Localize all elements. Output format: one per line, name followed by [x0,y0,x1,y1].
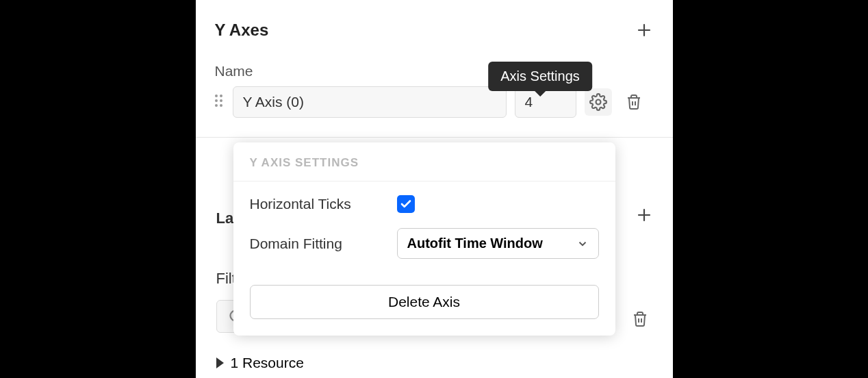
domain-fitting-label: Domain Fitting [250,236,397,252]
axis-name-input[interactable] [233,86,507,118]
popover-body: Horizontal Ticks Domain Fitting Autofit … [233,181,615,281]
plus-icon [636,22,652,38]
svg-point-0 [596,100,600,105]
divider [196,137,673,138]
yaxes-header: Y Axes [215,21,654,40]
delete-layer-icon-button[interactable] [626,305,654,333]
delete-axis-icon-button[interactable] [620,88,648,116]
horizontal-ticks-label: Horizontal Ticks [250,196,397,212]
popover-title: Y AXIS SETTINGS [233,142,615,181]
axis-settings-button[interactable] [585,88,612,116]
resource-disclosure[interactable]: 1 Resource [216,355,304,371]
check-icon [400,198,412,210]
trash-icon [632,311,648,327]
domain-fitting-select[interactable]: Autofit Time Window [397,228,599,259]
delete-axis-button[interactable]: Delete Axis [250,285,599,319]
axis-settings-tooltip: Axis Settings [488,62,592,91]
trash-icon [626,94,642,110]
add-yaxis-button[interactable] [635,21,654,40]
domain-fitting-value: Autofit Time Window [407,236,543,251]
triangle-right-icon [216,357,224,368]
plus-icon [636,207,652,223]
drag-handle[interactable] [215,94,225,110]
gear-icon [589,93,607,111]
horizontal-ticks-row: Horizontal Ticks [250,195,599,213]
add-layer-button[interactable] [635,205,654,225]
resource-count-label: 1 Resource [231,355,304,371]
domain-fitting-row: Domain Fitting Autofit Time Window [250,228,599,259]
settings-panel: Y Axes Name Ticks Lay Filt [196,0,673,378]
yaxes-title: Y Axes [215,21,269,40]
axis-settings-popover: Y AXIS SETTINGS Horizontal Ticks Domain … [233,142,615,336]
horizontal-ticks-checkbox[interactable] [397,195,415,213]
chevron-down-icon [576,238,589,250]
